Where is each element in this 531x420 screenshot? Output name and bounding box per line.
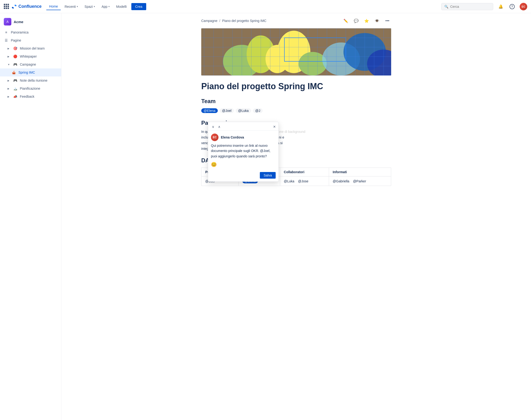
comment-emoji: 😊 [211, 161, 276, 168]
breadcrumb: Campagne / Piano del progetto Spring IMC [201, 19, 266, 23]
search-input[interactable] [450, 5, 488, 9]
comment-icon: 💬 [354, 19, 359, 23]
sidebar-item-pianificazione[interactable]: ▶ 🏔️ Pianificazione [0, 85, 61, 92]
comment-popup: ∨ ∧ × EC Elena Cordova Qui potremmo inse… [208, 122, 279, 182]
sidebar-item-whitepaper[interactable]: ▶ 🔴 Whitepaper [0, 52, 61, 60]
comment-navigation: ∨ ∧ [211, 124, 221, 129]
sidebar: A Acme ≡ Panoramica ☰ Pagine ▶ 🎯 Mission… [0, 13, 61, 420]
create-button[interactable]: Crea [131, 3, 146, 10]
feedback-icon: 📣 [13, 94, 17, 99]
whitepaper-icon: 🔴 [13, 54, 17, 59]
mention-j[interactable]: @J [253, 108, 263, 113]
collab-luka: @Luka [284, 179, 295, 183]
main-layout: A Acme ≡ Panoramica ☰ Pagine ▶ 🎯 Mission… [0, 13, 531, 420]
collab-jose: @Jose [298, 179, 308, 183]
sidebar-item-note[interactable]: ▶ 🎮 Note della riunione [0, 76, 61, 85]
daci-header-collaboratori: Collaboratori [280, 168, 329, 177]
campagne-icon: 🎮 [13, 62, 17, 67]
pianificazione-icon: 🏔️ [13, 86, 17, 91]
watch-button[interactable]: 👁️ [373, 17, 381, 25]
chevron-right-icon: ▶ [8, 79, 10, 82]
nav-recenti[interactable]: Recenti ▾ [62, 3, 80, 10]
page-title: Piano del progetto Spring IMC [201, 81, 391, 91]
team-section-title: Team [201, 98, 391, 105]
save-comment-button[interactable]: Salva [260, 172, 276, 179]
chevron-down-icon: ▾ [94, 5, 95, 8]
grid-menu-button[interactable] [4, 4, 9, 9]
nav-app[interactable]: App ▾ [99, 3, 113, 10]
nav-home[interactable]: Home [46, 3, 61, 10]
page-actions: ✏️ 💬 ⭐ 👁️ ••• [342, 17, 391, 25]
edit-button[interactable]: ✏️ [342, 17, 350, 25]
comment-user-avatar: EC [211, 134, 219, 141]
sidebar-item-campagne[interactable]: ▼ 🎮 Campagne [0, 60, 61, 68]
chevron-right-icon: ▶ [8, 95, 10, 98]
space-header[interactable]: A Acme [0, 16, 61, 28]
main-content: Campagne / Piano del progetto Spring IMC… [61, 13, 531, 420]
space-icon: A [4, 18, 11, 26]
comment-user: EC Elena Cordova [208, 131, 278, 143]
chevron-down-icon: ▾ [77, 5, 78, 8]
daci-header-informati: Informati [329, 168, 391, 177]
hero-svg [201, 28, 391, 75]
space-name: Acme [14, 20, 23, 24]
hero-image [201, 28, 391, 75]
comment-popup-header: ∨ ∧ × [208, 122, 278, 131]
comment-button[interactable]: 💬 [353, 17, 360, 25]
sidebar-item-spring-imc[interactable]: 🎪 Spring IMC [0, 68, 61, 76]
star-icon: ⭐ [364, 19, 369, 23]
breadcrumb-current: Piano del progetto Spring IMC [222, 19, 266, 23]
comment-text: Qui potremmo inserire un link al nuovo d… [211, 144, 271, 158]
comment-username: Elena Cordova [221, 135, 244, 139]
topnav-right: 🔍 🔔 ? EC [441, 3, 527, 10]
star-button[interactable]: ⭐ [363, 17, 370, 25]
logo-text: Confluence [18, 4, 42, 9]
comment-prev-button[interactable]: ∨ [211, 124, 215, 129]
sidebar-item-mission[interactable]: ▶ 🎯 Mission del team [0, 44, 61, 52]
chevron-right-icon: ▶ [8, 47, 10, 50]
comment-footer: Salva [208, 170, 278, 181]
comment-body: Qui potremmo inserire un link al nuovo d… [208, 143, 278, 170]
grid-icon [4, 4, 9, 9]
comment-next-button[interactable]: ∧ [217, 124, 221, 129]
team-mentions: @Elena @Joel @Luka @J [201, 108, 391, 113]
mention-luka[interactable]: @Luka [236, 108, 251, 113]
mention-elena[interactable]: @Elena [201, 108, 218, 113]
pagine-icon: ☰ [4, 38, 9, 43]
eye-icon: 👁️ [375, 19, 379, 23]
logo[interactable]: Confluence [11, 4, 42, 9]
search-box[interactable]: 🔍 [441, 3, 493, 10]
confluence-logo-icon [11, 4, 17, 9]
nav-spazi[interactable]: Spazi ▾ [82, 3, 98, 10]
help-button[interactable]: ? [508, 3, 516, 10]
spring-imc-icon: 🎪 [11, 70, 16, 75]
mission-icon: 🎯 [13, 46, 17, 51]
chevron-right-icon: ▶ [8, 87, 10, 90]
chevron-right-icon: ▶ [8, 55, 10, 58]
daci-collaboratori: @Luka @Jose [280, 177, 329, 186]
breadcrumb-separator: / [219, 19, 220, 23]
help-icon: ? [510, 4, 515, 9]
breadcrumb-bar: Campagne / Piano del progetto Spring IMC… [190, 13, 402, 28]
informati-gabriella: @Gabriella [333, 179, 349, 183]
panoramica-icon: ≡ [4, 30, 9, 35]
more-icon: ••• [386, 19, 389, 23]
nav-items: Home Recenti ▾ Spazi ▾ App ▾ Modelli [46, 3, 129, 10]
chevron-down-icon: ▾ [108, 5, 110, 8]
notifications-button[interactable]: 🔔 [497, 3, 505, 10]
sidebar-item-panoramica[interactable]: ≡ Panoramica [0, 28, 61, 36]
sidebar-item-feedback[interactable]: ▶ 📣 Feedback [0, 92, 61, 101]
daci-informati: @Gabriella @Parker [329, 177, 391, 186]
mention-joel[interactable]: @Joel [220, 108, 234, 113]
comment-close-button[interactable]: × [273, 125, 276, 129]
sidebar-item-pagine[interactable]: ☰ Pagine [0, 36, 61, 44]
note-icon: 🎮 [13, 78, 17, 83]
breadcrumb-parent[interactable]: Campagne [201, 19, 218, 23]
user-avatar[interactable]: EC [520, 3, 527, 10]
more-button[interactable]: ••• [384, 17, 391, 25]
bell-icon: 🔔 [499, 4, 503, 9]
nav-modelli[interactable]: Modelli [113, 3, 129, 10]
informati-parker: @Parker [353, 179, 366, 183]
top-navigation: Confluence Home Recenti ▾ Spazi ▾ App ▾ … [0, 0, 531, 13]
search-icon: 🔍 [444, 5, 448, 9]
